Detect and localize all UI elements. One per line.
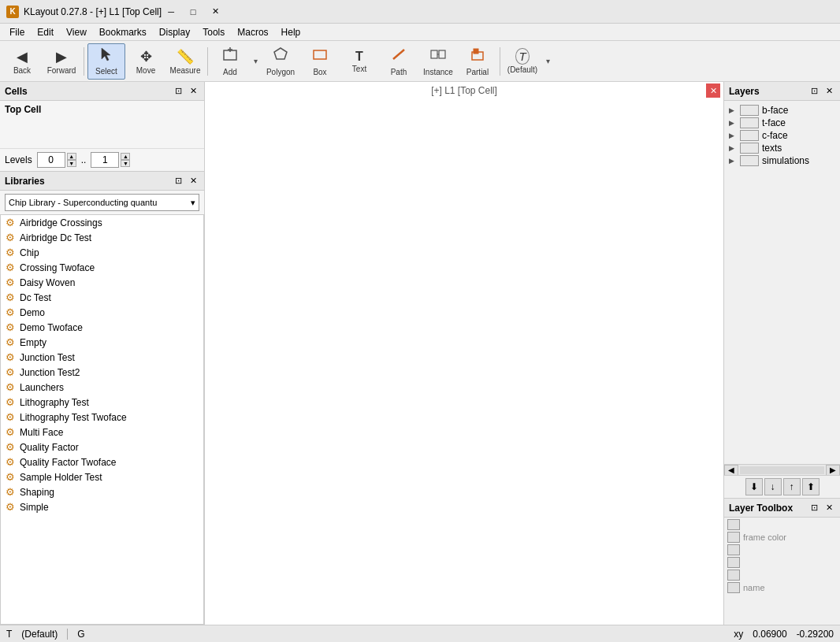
lib-item-label: Airbridge Crossings bbox=[20, 217, 102, 228]
lib-item[interactable]: ⚙Shaping bbox=[1, 484, 203, 499]
lib-item[interactable]: ⚙Sample Holder Test bbox=[1, 469, 203, 484]
lib-item[interactable]: ⚙Chip bbox=[1, 245, 203, 260]
ltb-item: name bbox=[727, 582, 837, 593]
lib-item[interactable]: ⚙Launchers bbox=[1, 380, 203, 395]
partial-button[interactable]: Partial bbox=[459, 43, 496, 80]
hscroll-track[interactable] bbox=[740, 466, 824, 474]
lib-item[interactable]: ⚙Demo bbox=[1, 305, 203, 320]
instance-button[interactable]: Instance bbox=[419, 43, 457, 80]
lib-item-label: Shaping bbox=[20, 487, 54, 498]
add-dropdown[interactable]: ▾ bbox=[251, 43, 260, 80]
svg-rect-5 bbox=[314, 50, 326, 59]
menu-item-macros[interactable]: Macros bbox=[231, 25, 274, 39]
default-button[interactable]: T (Default) bbox=[504, 43, 541, 80]
measure-icon: 📏 bbox=[177, 48, 194, 65]
from-up-btn[interactable]: ▲ bbox=[67, 153, 76, 160]
menu-item-tools[interactable]: Tools bbox=[196, 25, 231, 39]
lib-item[interactable]: ⚙Lithography Test bbox=[1, 395, 203, 410]
add-button[interactable]: Add bbox=[211, 43, 249, 80]
polygon-label: Polygon bbox=[266, 68, 295, 76]
default-dropdown[interactable]: ▾ bbox=[543, 43, 552, 80]
layers-close-button[interactable]: ✕ bbox=[823, 85, 835, 98]
menu-item-display[interactable]: Display bbox=[153, 25, 196, 39]
lib-item[interactable]: ⚙Demo Twoface bbox=[1, 320, 203, 335]
move-button[interactable]: ✥ Move bbox=[127, 43, 165, 80]
layer-swatch bbox=[740, 155, 759, 166]
lib-item[interactable]: ⚙Multi Face bbox=[1, 425, 203, 440]
ltb-swatch bbox=[727, 532, 740, 543]
from-spinner: ▲ ▼ bbox=[67, 153, 76, 167]
to-up-btn[interactable]: ▲ bbox=[121, 153, 130, 160]
menu-item-help[interactable]: Help bbox=[275, 25, 307, 39]
gear-icon: ⚙ bbox=[6, 321, 15, 333]
cells-restore-button[interactable]: ⊡ bbox=[172, 85, 184, 98]
library-dropdown[interactable]: Chip Library - Superconducting quantu ▾ bbox=[5, 194, 199, 211]
layer-item[interactable]: ▶c-face bbox=[726, 129, 838, 142]
layer-item[interactable]: ▶t-face bbox=[726, 117, 838, 129]
gear-icon: ⚙ bbox=[6, 456, 15, 468]
ltb-restore-button[interactable]: ⊡ bbox=[808, 502, 820, 514]
layer-down-small-button[interactable]: ↓ bbox=[764, 478, 782, 495]
levels-to-input[interactable]: 1 bbox=[91, 152, 119, 168]
close-button[interactable]: ✕ bbox=[206, 5, 225, 19]
lib-item[interactable]: ⚙Quality Factor bbox=[1, 440, 203, 455]
layer-item[interactable]: ▶b-face bbox=[726, 104, 838, 117]
from-down-btn[interactable]: ▼ bbox=[67, 160, 76, 167]
lib-item-label: Crossing Twoface bbox=[20, 262, 95, 273]
lib-item[interactable]: ⚙Crossing Twoface bbox=[1, 260, 203, 275]
lib-item[interactable]: ⚙Lithography Test Twoface bbox=[1, 410, 203, 425]
lib-item[interactable]: ⚙Dc Test bbox=[1, 290, 203, 305]
layers-restore-button[interactable]: ⊡ bbox=[808, 85, 820, 98]
layer-item[interactable]: ▶simulations bbox=[726, 154, 838, 167]
lib-item[interactable]: ⚙Junction Test2 bbox=[1, 365, 203, 380]
lib-item[interactable]: ⚙Simple bbox=[1, 499, 203, 514]
layer-down-button[interactable]: ⬇ bbox=[745, 478, 763, 495]
hscroll-left[interactable]: ◀ bbox=[724, 465, 738, 476]
menu-item-bookmarks[interactable]: Bookmarks bbox=[93, 25, 153, 39]
cells-levels: Levels 0 ▲ ▼ .. 1 ▲ ▼ bbox=[0, 148, 204, 171]
minimize-button[interactable]: ─ bbox=[162, 5, 180, 19]
menu-item-edit[interactable]: Edit bbox=[31, 25, 60, 39]
box-button[interactable]: Box bbox=[301, 43, 339, 80]
back-button[interactable]: ◀ Back bbox=[3, 43, 41, 80]
forward-button[interactable]: ▶ Forward bbox=[43, 43, 80, 80]
lib-item[interactable]: ⚙Daisy Woven bbox=[1, 275, 203, 290]
select-button[interactable]: Select bbox=[87, 43, 125, 80]
layer-up-button[interactable]: ⬆ bbox=[802, 478, 820, 495]
gear-icon: ⚙ bbox=[6, 262, 15, 273]
maximize-button[interactable]: □ bbox=[184, 5, 203, 19]
text-button[interactable]: T Text bbox=[340, 43, 378, 80]
to-down-btn[interactable]: ▼ bbox=[121, 160, 130, 167]
layer-name: simulations bbox=[762, 155, 809, 166]
measure-button[interactable]: 📏 Measure bbox=[166, 43, 204, 80]
cells-close-button[interactable]: ✕ bbox=[187, 85, 199, 98]
toolbar: ◀ Back ▶ Forward Select ✥ Move 📏 Measure… bbox=[0, 41, 840, 82]
lib-item[interactable]: ⚙Airbridge Crossings bbox=[1, 215, 203, 230]
menu-item-view[interactable]: View bbox=[60, 25, 93, 39]
default-label: (Default) bbox=[507, 65, 537, 74]
lib-item[interactable]: ⚙Empty bbox=[1, 335, 203, 350]
lib-item[interactable]: ⚙Quality Factor Twoface bbox=[1, 455, 203, 469]
levels-from-input[interactable]: 0 bbox=[37, 152, 65, 168]
gear-icon: ⚙ bbox=[6, 351, 15, 363]
lib-item-label: Lithography Test Twoface bbox=[20, 412, 127, 423]
canvas-close-button[interactable]: ✕ bbox=[706, 83, 720, 98]
ltb-close-button[interactable]: ✕ bbox=[823, 502, 835, 514]
ltb-swatch bbox=[727, 519, 740, 530]
path-button[interactable]: Path bbox=[380, 43, 418, 80]
lib-item-label: Empty bbox=[20, 337, 46, 348]
libraries-restore-button[interactable]: ⊡ bbox=[172, 175, 184, 187]
text-icon: T bbox=[355, 50, 363, 64]
canvas[interactable]: [+] L1 [Top Cell] ✕ bbox=[205, 82, 723, 625]
libraries-close-button[interactable]: ✕ bbox=[187, 175, 199, 187]
menu-item-file[interactable]: File bbox=[3, 25, 31, 39]
layer-up-small-button[interactable]: ↑ bbox=[783, 478, 801, 495]
title-text: KLayout 0.27.8 - [+] L1 [Top Cell] bbox=[24, 6, 162, 17]
polygon-button[interactable]: Polygon bbox=[262, 43, 299, 80]
lib-item[interactable]: ⚙Junction Test bbox=[1, 350, 203, 365]
layer-name: t-face bbox=[762, 117, 786, 128]
svg-marker-4 bbox=[274, 48, 287, 59]
hscroll-right[interactable]: ▶ bbox=[826, 465, 840, 476]
lib-item[interactable]: ⚙Airbridge Dc Test bbox=[1, 230, 203, 245]
layer-item[interactable]: ▶texts bbox=[726, 142, 838, 154]
